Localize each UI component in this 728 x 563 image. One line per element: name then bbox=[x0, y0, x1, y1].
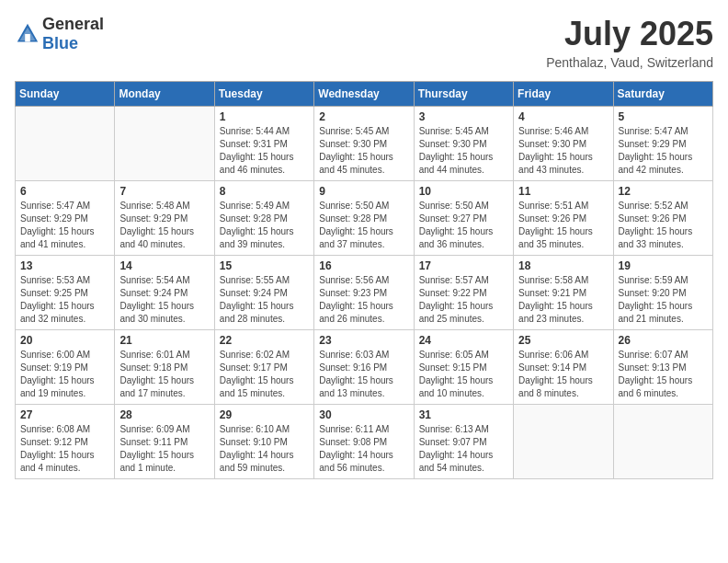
calendar-cell: 28Sunrise: 6:09 AM Sunset: 9:11 PM Dayli… bbox=[115, 405, 214, 479]
page-header: General Blue July 2025 Penthalaz, Vaud, … bbox=[15, 15, 713, 70]
day-info: Sunrise: 5:48 AM Sunset: 9:29 PM Dayligh… bbox=[119, 200, 209, 251]
day-number: 19 bbox=[619, 259, 708, 272]
day-info: Sunrise: 6:03 AM Sunset: 9:16 PM Dayligh… bbox=[319, 349, 408, 400]
day-info: Sunrise: 5:44 AM Sunset: 9:31 PM Dayligh… bbox=[220, 125, 309, 177]
calendar-cell: 26Sunrise: 6:07 AM Sunset: 9:13 PM Dayli… bbox=[613, 330, 712, 405]
day-info: Sunrise: 5:46 AM Sunset: 9:30 PM Dayligh… bbox=[518, 125, 608, 177]
calendar-cell: 11Sunrise: 5:51 AM Sunset: 9:26 PM Dayli… bbox=[514, 181, 613, 256]
calendar-cell: 10Sunrise: 5:50 AM Sunset: 9:27 PM Dayli… bbox=[414, 181, 513, 256]
calendar-week-row: 1Sunrise: 5:44 AM Sunset: 9:31 PM Daylig… bbox=[16, 107, 713, 181]
day-number: 4 bbox=[518, 110, 608, 123]
day-number: 22 bbox=[220, 334, 309, 347]
day-info: Sunrise: 6:10 AM Sunset: 9:10 PM Dayligh… bbox=[220, 423, 309, 475]
weekday-header: Monday bbox=[115, 82, 214, 107]
svg-rect-2 bbox=[25, 34, 30, 41]
day-number: 12 bbox=[619, 185, 708, 198]
calendar-cell: 29Sunrise: 6:10 AM Sunset: 9:10 PM Dayli… bbox=[214, 405, 313, 479]
calendar-cell: 24Sunrise: 6:05 AM Sunset: 9:15 PM Dayli… bbox=[414, 330, 513, 405]
calendar-cell: 20Sunrise: 6:00 AM Sunset: 9:19 PM Dayli… bbox=[16, 330, 115, 405]
logo-general: General bbox=[42, 15, 104, 33]
calendar-cell: 21Sunrise: 6:01 AM Sunset: 9:18 PM Dayli… bbox=[115, 330, 214, 405]
day-number: 2 bbox=[319, 110, 408, 123]
day-info: Sunrise: 5:47 AM Sunset: 9:29 PM Dayligh… bbox=[619, 125, 708, 177]
weekday-header: Friday bbox=[514, 82, 613, 107]
calendar-cell: 22Sunrise: 6:02 AM Sunset: 9:17 PM Dayli… bbox=[214, 330, 313, 405]
day-info: Sunrise: 5:45 AM Sunset: 9:30 PM Dayligh… bbox=[419, 125, 508, 177]
calendar-cell: 18Sunrise: 5:58 AM Sunset: 9:21 PM Dayli… bbox=[514, 256, 613, 330]
day-number: 26 bbox=[619, 334, 708, 347]
calendar-cell: 5Sunrise: 5:47 AM Sunset: 9:29 PM Daylig… bbox=[613, 107, 712, 181]
day-info: Sunrise: 5:53 AM Sunset: 9:25 PM Dayligh… bbox=[20, 274, 109, 326]
day-number: 30 bbox=[319, 408, 408, 421]
day-number: 29 bbox=[220, 408, 309, 421]
calendar-cell: 14Sunrise: 5:54 AM Sunset: 9:24 PM Dayli… bbox=[115, 256, 214, 330]
calendar-cell: 2Sunrise: 5:45 AM Sunset: 9:30 PM Daylig… bbox=[314, 107, 414, 181]
calendar-cell: 19Sunrise: 5:59 AM Sunset: 9:20 PM Dayli… bbox=[613, 256, 712, 330]
day-info: Sunrise: 6:08 AM Sunset: 9:12 PM Dayligh… bbox=[20, 423, 109, 475]
day-number: 6 bbox=[20, 185, 109, 198]
calendar-cell: 27Sunrise: 6:08 AM Sunset: 9:12 PM Dayli… bbox=[16, 405, 115, 479]
day-number: 1 bbox=[220, 110, 309, 123]
calendar-cell: 12Sunrise: 5:52 AM Sunset: 9:26 PM Dayli… bbox=[613, 181, 712, 256]
day-number: 3 bbox=[419, 110, 508, 123]
calendar-cell: 9Sunrise: 5:50 AM Sunset: 9:28 PM Daylig… bbox=[314, 181, 414, 256]
calendar-cell bbox=[115, 107, 214, 181]
calendar-cell bbox=[16, 107, 115, 181]
day-info: Sunrise: 5:56 AM Sunset: 9:23 PM Dayligh… bbox=[319, 274, 408, 326]
calendar-table: SundayMondayTuesdayWednesdayThursdayFrid… bbox=[15, 81, 713, 479]
calendar-cell: 4Sunrise: 5:46 AM Sunset: 9:30 PM Daylig… bbox=[514, 107, 613, 181]
calendar-cell: 16Sunrise: 5:56 AM Sunset: 9:23 PM Dayli… bbox=[314, 256, 414, 330]
day-number: 28 bbox=[119, 408, 209, 421]
title-block: July 2025 Penthalaz, Vaud, Switzerland bbox=[546, 15, 713, 70]
day-number: 20 bbox=[20, 334, 109, 347]
day-number: 8 bbox=[220, 185, 309, 198]
weekday-header-row: SundayMondayTuesdayWednesdayThursdayFrid… bbox=[16, 82, 713, 107]
day-info: Sunrise: 5:57 AM Sunset: 9:22 PM Dayligh… bbox=[419, 274, 508, 326]
day-number: 13 bbox=[20, 259, 109, 272]
day-number: 24 bbox=[419, 334, 508, 347]
day-info: Sunrise: 6:06 AM Sunset: 9:14 PM Dayligh… bbox=[518, 349, 608, 400]
day-info: Sunrise: 6:11 AM Sunset: 9:08 PM Dayligh… bbox=[319, 423, 408, 475]
day-number: 27 bbox=[20, 408, 109, 421]
day-info: Sunrise: 6:00 AM Sunset: 9:19 PM Dayligh… bbox=[20, 349, 109, 400]
day-info: Sunrise: 5:55 AM Sunset: 9:24 PM Dayligh… bbox=[220, 274, 309, 326]
day-number: 16 bbox=[319, 259, 408, 272]
weekday-header: Tuesday bbox=[214, 82, 313, 107]
calendar-cell: 6Sunrise: 5:47 AM Sunset: 9:29 PM Daylig… bbox=[16, 181, 115, 256]
weekday-header: Saturday bbox=[613, 82, 712, 107]
day-number: 23 bbox=[319, 334, 408, 347]
calendar-cell bbox=[613, 405, 712, 479]
calendar-cell: 8Sunrise: 5:49 AM Sunset: 9:28 PM Daylig… bbox=[214, 181, 313, 256]
calendar-cell: 3Sunrise: 5:45 AM Sunset: 9:30 PM Daylig… bbox=[414, 107, 513, 181]
day-info: Sunrise: 5:54 AM Sunset: 9:24 PM Dayligh… bbox=[119, 274, 209, 326]
calendar-week-row: 13Sunrise: 5:53 AM Sunset: 9:25 PM Dayli… bbox=[16, 256, 713, 330]
weekday-header: Sunday bbox=[16, 82, 115, 107]
location-subtitle: Penthalaz, Vaud, Switzerland bbox=[546, 55, 713, 70]
calendar-cell: 17Sunrise: 5:57 AM Sunset: 9:22 PM Dayli… bbox=[414, 256, 513, 330]
day-info: Sunrise: 6:01 AM Sunset: 9:18 PM Dayligh… bbox=[119, 349, 209, 400]
day-info: Sunrise: 5:50 AM Sunset: 9:27 PM Dayligh… bbox=[419, 200, 508, 251]
calendar-cell: 1Sunrise: 5:44 AM Sunset: 9:31 PM Daylig… bbox=[214, 107, 313, 181]
day-info: Sunrise: 5:47 AM Sunset: 9:29 PM Dayligh… bbox=[20, 200, 109, 251]
calendar-week-row: 20Sunrise: 6:00 AM Sunset: 9:19 PM Dayli… bbox=[16, 330, 713, 405]
day-number: 15 bbox=[220, 259, 309, 272]
day-number: 11 bbox=[518, 185, 608, 198]
day-info: Sunrise: 5:45 AM Sunset: 9:30 PM Dayligh… bbox=[319, 125, 408, 177]
day-info: Sunrise: 5:58 AM Sunset: 9:21 PM Dayligh… bbox=[518, 274, 608, 326]
calendar-week-row: 6Sunrise: 5:47 AM Sunset: 9:29 PM Daylig… bbox=[16, 181, 713, 256]
day-number: 9 bbox=[319, 185, 408, 198]
month-title: July 2025 bbox=[546, 15, 713, 53]
day-info: Sunrise: 5:51 AM Sunset: 9:26 PM Dayligh… bbox=[518, 200, 608, 251]
day-info: Sunrise: 6:05 AM Sunset: 9:15 PM Dayligh… bbox=[419, 349, 508, 400]
day-info: Sunrise: 5:49 AM Sunset: 9:28 PM Dayligh… bbox=[220, 200, 309, 251]
day-info: Sunrise: 5:59 AM Sunset: 9:20 PM Dayligh… bbox=[619, 274, 708, 326]
calendar-cell bbox=[514, 405, 613, 479]
day-number: 18 bbox=[518, 259, 608, 272]
day-info: Sunrise: 6:09 AM Sunset: 9:11 PM Dayligh… bbox=[119, 423, 209, 475]
calendar-cell: 13Sunrise: 5:53 AM Sunset: 9:25 PM Dayli… bbox=[16, 256, 115, 330]
calendar-cell: 7Sunrise: 5:48 AM Sunset: 9:29 PM Daylig… bbox=[115, 181, 214, 256]
logo-blue: Blue bbox=[42, 34, 78, 52]
weekday-header: Wednesday bbox=[314, 82, 414, 107]
calendar-cell: 31Sunrise: 6:13 AM Sunset: 9:07 PM Dayli… bbox=[414, 405, 513, 479]
day-info: Sunrise: 5:52 AM Sunset: 9:26 PM Dayligh… bbox=[619, 200, 708, 251]
